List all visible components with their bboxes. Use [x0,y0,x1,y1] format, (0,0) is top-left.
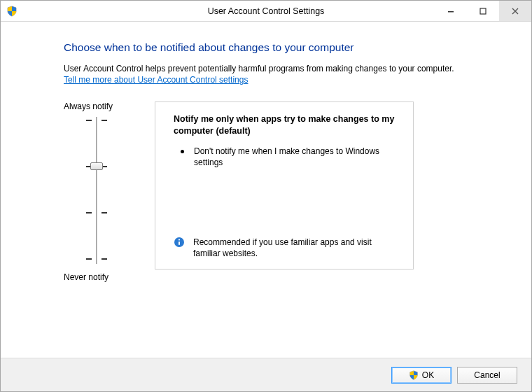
uac-shield-icon [6,6,18,17]
level-bullet-text: Don't notify me when I make changes to W… [194,146,399,168]
slider-tick [102,212,107,214]
slider-tick [102,120,107,121]
cancel-button[interactable]: Cancel [457,367,517,384]
recommendation-text: Recommended if you use familiar apps and… [193,237,399,259]
page-description: User Account Control helps prevent poten… [64,64,505,74]
close-button[interactable] [499,1,531,21]
svg-rect-3 [178,241,180,245]
recommendation-row: Recommended if you use familiar apps and… [174,237,399,259]
svg-rect-1 [480,8,486,14]
uac-shield-icon [409,370,419,380]
svg-rect-0 [448,11,454,13]
page-heading: Choose when to be notified about changes… [64,41,505,54]
ok-button-label: OK [422,370,434,380]
slider-tick [86,120,92,121]
slider-label-bottom: Never notify [64,272,155,282]
minimize-button[interactable] [435,1,467,21]
level-title: Notify me only when apps try to make cha… [174,113,399,137]
level-bullet: Don't notify me when I make changes to W… [174,146,399,168]
window-titlebar: User Account Control Settings [1,1,531,22]
slider-tick [86,258,92,260]
slider-label-top: Always notify [64,102,155,111]
content-area: Choose when to be notified about changes… [1,22,531,282]
window-controls [435,1,531,21]
slider-thumb[interactable] [90,162,103,170]
slider-track [96,117,97,264]
slider-tick [102,258,107,260]
cancel-button-label: Cancel [474,370,500,380]
info-icon [174,237,185,248]
help-link[interactable]: Tell me more about User Account Control … [64,75,248,85]
maximize-button[interactable] [467,1,499,21]
bullet-icon [181,150,184,153]
level-info-panel: Notify me only when apps try to make cha… [155,102,414,270]
dialog-footer: OK Cancel [1,358,531,391]
ok-button[interactable]: OK [391,367,451,384]
slider-tick [86,212,92,214]
svg-point-4 [178,239,180,240]
uac-slider[interactable] [72,117,121,264]
